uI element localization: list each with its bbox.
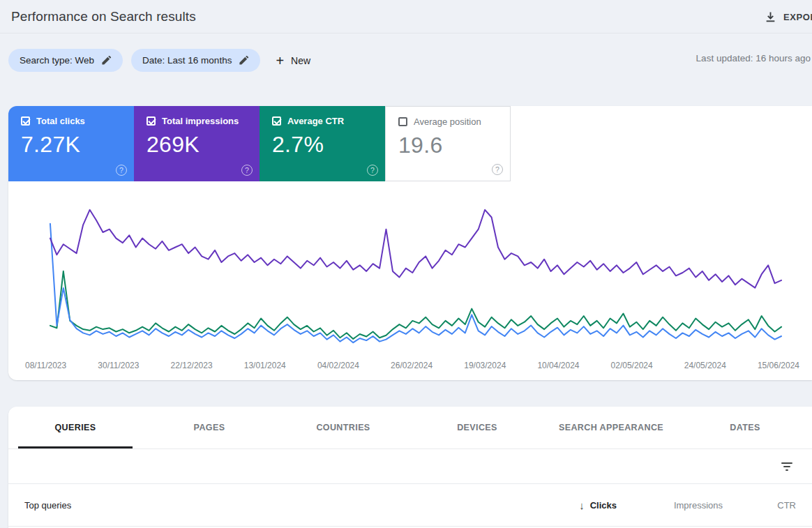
performance-chart[interactable]: [29, 197, 802, 356]
x-tick-label: 08/11/2023: [25, 361, 66, 370]
export-button[interactable]: EXPORT: [765, 0, 812, 33]
x-tick-label: 02/05/2024: [611, 361, 653, 370]
metric-label: Total impressions: [162, 116, 239, 126]
x-tick-label: 04/02/2024: [317, 361, 359, 370]
chart-canvas[interactable]: [29, 197, 802, 356]
arrow-down-icon: ↓: [579, 499, 585, 511]
impressions-line: [50, 210, 781, 288]
x-tick-label: 19/03/2024: [464, 361, 506, 370]
column-header-ctr[interactable]: CTR: [723, 500, 796, 511]
chart-x-axis-labels: 08/11/202330/11/202322/12/202313/01/2024…: [25, 361, 799, 370]
checked-checkbox-icon[interactable]: [21, 116, 30, 126]
export-label: EXPORT: [783, 12, 812, 22]
x-tick-label: 24/05/2024: [684, 361, 726, 370]
tab-pages[interactable]: PAGES: [142, 407, 276, 448]
clicks-line: [50, 224, 781, 343]
date-range-chip[interactable]: Date: Last 16 months: [131, 49, 260, 72]
performance-chart-panel: Total clicks7.27K?Total impressions269K?…: [8, 106, 812, 380]
new-filter-button[interactable]: + New: [276, 54, 310, 68]
tab-devices[interactable]: DEVICES: [410, 407, 544, 448]
x-tick-label: 15/06/2024: [758, 361, 799, 370]
metric-label: Total clicks: [36, 116, 85, 126]
metric-value: 7.27K: [21, 132, 126, 158]
ctr-line: [50, 271, 781, 339]
table-header-row: Top queries ↓ Clicks Impressions CTR: [8, 484, 812, 527]
dimensions-table-panel: QUERIESPAGESCOUNTRIESDEVICESSEARCH APPEA…: [8, 407, 812, 528]
tab-queries[interactable]: QUERIES: [8, 407, 142, 448]
question-circle-icon[interactable]: ?: [116, 165, 127, 176]
column-header-impressions[interactable]: Impressions: [617, 500, 723, 511]
dimension-tabs: QUERIESPAGESCOUNTRIESDEVICESSEARCH APPEA…: [8, 407, 812, 449]
filter-toolbar: Search type: Web Date: Last 16 months + …: [0, 33, 812, 72]
pencil-icon: [101, 55, 112, 66]
pencil-icon: [239, 55, 249, 66]
clicks-header-label: Clicks: [590, 500, 617, 511]
tab-countries[interactable]: COUNTRIES: [276, 407, 410, 448]
metric-card-total-clicks[interactable]: Total clicks7.27K?: [8, 106, 134, 181]
metric-value: 19.6: [398, 133, 502, 158]
x-tick-label: 30/11/2023: [98, 361, 139, 370]
table-filter-row: [8, 449, 812, 484]
x-tick-label: 26/02/2024: [391, 361, 433, 370]
metric-value: 2.7%: [272, 132, 377, 158]
x-tick-label: 13/01/2024: [244, 361, 286, 370]
x-tick-label: 10/04/2024: [537, 361, 579, 370]
metric-card-total-impressions[interactable]: Total impressions269K?: [134, 106, 260, 181]
metric-value: 269K: [146, 132, 251, 158]
column-header-top-queries: Top queries: [24, 500, 498, 511]
metric-cards-row: Total clicks7.27K?Total impressions269K?…: [8, 106, 812, 181]
search-type-chip[interactable]: Search type: Web: [8, 49, 123, 72]
download-icon: [765, 11, 776, 23]
page-header: Performance on Search results EXPORT: [0, 0, 812, 33]
x-tick-label: 22/12/2023: [171, 361, 213, 370]
date-range-chip-label: Date: Last 16 months: [142, 55, 232, 66]
search-type-chip-label: Search type: Web: [20, 55, 94, 66]
checked-checkbox-icon[interactable]: [146, 116, 156, 126]
plus-icon: +: [276, 54, 284, 68]
funnel-icon[interactable]: [777, 458, 797, 475]
column-header-clicks[interactable]: ↓ Clicks: [498, 499, 617, 511]
metric-label: Average position: [414, 116, 481, 127]
unchecked-checkbox-icon[interactable]: [398, 117, 407, 126]
metric-card-average-ctr[interactable]: Average CTR2.7%?: [260, 106, 385, 181]
question-circle-icon[interactable]: ?: [367, 165, 378, 176]
checked-checkbox-icon[interactable]: [272, 116, 281, 126]
metric-card-average-position[interactable]: Average position19.6?: [385, 106, 511, 181]
question-circle-icon[interactable]: ?: [492, 164, 503, 175]
question-circle-icon[interactable]: ?: [241, 165, 253, 176]
tab-search-appearance[interactable]: SEARCH APPEARANCE: [544, 407, 678, 448]
metric-label: Average CTR: [287, 116, 344, 126]
page-title: Performance on Search results: [11, 9, 196, 24]
new-filter-label: New: [291, 55, 310, 66]
tab-dates[interactable]: DATES: [678, 407, 812, 448]
last-updated-text: Last updated: 16 hours ago: [696, 53, 811, 63]
